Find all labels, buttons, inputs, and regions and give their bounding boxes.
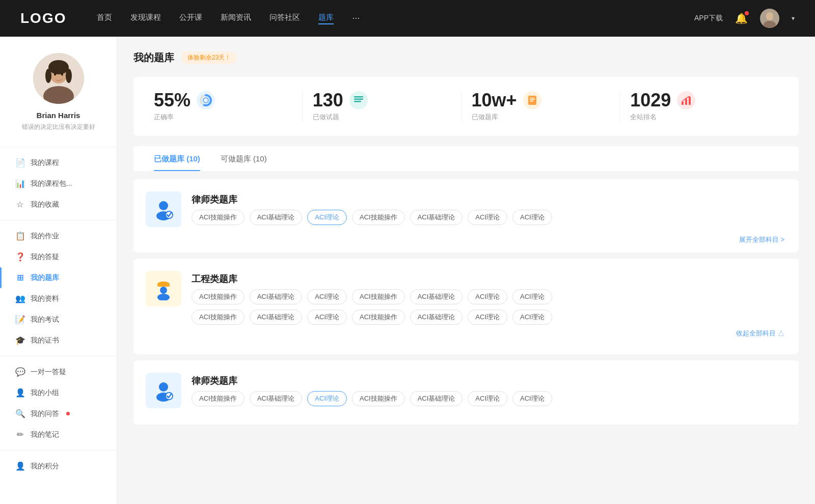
tag-lawyer-2-3[interactable]: ACI技能操作 [352,391,405,406]
sidebar-item-my-courses[interactable]: 📄 我的课程 [0,152,117,173]
tag-engineer-0[interactable]: ACI技能操作 [192,289,244,304]
tag-engineer-s5[interactable]: ACI理论 [468,310,507,325]
svg-point-32 [159,382,168,391]
sidebar-divider-1 [0,220,117,220]
sidebar-label-materials: 我的资料 [31,294,59,303]
stat-accuracy: 55% 正确率 [154,91,303,122]
sidebar-label-homework: 我的作业 [31,232,59,241]
tag-engineer-s4[interactable]: ACI基础理论 [410,310,463,325]
sidebar-item-homework[interactable]: 📋 我的作业 [0,226,117,246]
notification-bell[interactable]: 🔔 [735,12,748,24]
tag-engineer-4[interactable]: ACI基础理论 [410,289,463,304]
svg-point-8 [66,69,72,83]
lawyer-icon-wrap-1 [146,191,181,227]
sidebar-menu: 📄 我的课程 📊 我的课程包... ☆ 我的收藏 📋 我的作业 ❓ [0,152,117,487]
sidebar-label-1on1-qa: 一对一答疑 [31,368,66,377]
tag-lawyer-1-4[interactable]: ACI基础理论 [410,210,463,225]
trial-badge: 体验剩余23天！ [181,51,237,64]
svg-rect-23 [689,97,691,105]
tab-done-banks[interactable]: 已做题库 (10) [144,146,210,171]
tags-row-engineer-2: ACI技能操作 ACI基础理论 ACI理论 ACI技能操作 ACI基础理论 AC… [192,310,786,325]
sidebar-item-exams[interactable]: 📝 我的考试 [0,309,117,330]
qbank-header-lawyer-1: 律师类题库 ACI技能操作 ACI基础理论 ACI理论 ACI技能操作 ACI基… [146,191,786,227]
stat-rank-label: 全站排名 [630,113,657,122]
nav-qa[interactable]: 问答社区 [269,13,300,24]
tag-engineer-s2[interactable]: ACI理论 [307,310,347,325]
person-group-icon: 👥 [15,294,24,303]
engineer-icon-wrap [146,271,181,306]
sidebar-item-points[interactable]: 👤 我的积分 [0,456,117,477]
collapse-link-engineer[interactable]: 收起全部科目 △ [192,329,786,338]
tag-lawyer-2-0[interactable]: ACI技能操作 [192,391,244,406]
nav-question-bank[interactable]: 题库 [318,13,334,24]
sidebar-item-materials[interactable]: 👥 我的资料 [0,288,117,309]
tags-row-lawyer-2: ACI技能操作 ACI基础理论 ACI理论 ACI技能操作 ACI基础理论 AC… [192,391,552,406]
tag-engineer-2[interactable]: ACI理论 [307,289,347,304]
sidebar-item-1on1-qa[interactable]: 💬 一对一答疑 [0,361,117,382]
tag-lawyer-1-5[interactable]: ACI理论 [468,210,507,225]
accuracy-icon [197,91,215,109]
nav-discover[interactable]: 发现课程 [130,13,161,24]
sidebar-item-question-bank[interactable]: ⊞ 我的题库 [0,267,117,288]
tab-available-banks[interactable]: 可做题库 (10) [210,146,277,171]
nav-home[interactable]: 首页 [97,13,112,24]
sidebar-item-my-group[interactable]: 👤 我的小组 [0,382,117,403]
tag-lawyer-1-2[interactable]: ACI理论 [307,210,347,225]
file-text-icon: 📝 [15,315,24,324]
tags-row-engineer-1: ACI技能操作 ACI基础理论 ACI理论 ACI技能操作 ACI基础理论 AC… [192,289,786,304]
sidebar-label-favorites: 我的收藏 [31,200,59,209]
user-dropdown-arrow[interactable]: ▾ [792,15,795,22]
sidebar-item-certificates[interactable]: 🎓 我的证书 [0,330,117,351]
tag-lawyer-1-3[interactable]: ACI技能操作 [352,210,405,225]
sidebar-item-course-packages[interactable]: 📊 我的课程包... [0,173,117,194]
logo[interactable]: LOGO [20,10,66,26]
user-avatar[interactable] [760,9,779,28]
clipboard-icon: 📋 [15,231,24,241]
stat-done-questions-top: 130 [313,91,368,109]
sidebar-item-my-qa[interactable]: 🔍 我的问答 [0,403,117,424]
tag-lawyer-1-6[interactable]: ACI理论 [512,210,552,225]
tabs-bar: 已做题库 (10) 可做题库 (10) [133,146,799,171]
nav-news[interactable]: 新闻资讯 [221,13,251,24]
tag-lawyer-2-2[interactable]: ACI理论 [307,391,347,406]
profile-avatar [33,53,84,104]
stat-rank-value: 1029 [630,91,671,109]
svg-rect-21 [682,101,684,105]
sidebar-item-favorites[interactable]: ☆ 我的收藏 [0,194,117,215]
svg-point-7 [45,69,51,83]
app-download-button[interactable]: APP下载 [694,14,723,23]
sidebar-item-notes[interactable]: ✏ 我的笔记 [0,424,117,445]
svg-rect-17 [528,96,536,105]
nav-open-course[interactable]: 公开课 [179,13,202,24]
profile-motto: 错误的决定比没有决定要好 [22,123,95,131]
tag-engineer-5[interactable]: ACI理论 [468,289,507,304]
tag-engineer-s6[interactable]: ACI理论 [512,310,552,325]
tag-engineer-6[interactable]: ACI理论 [512,289,552,304]
svg-point-6 [48,60,69,74]
stat-done-questions: 130 已做试题 [303,91,461,122]
profile-section: Brian Harris 错误的决定比没有决定要好 [0,37,117,142]
expand-link-lawyer-1[interactable]: 展开全部科目 > [146,235,786,244]
tag-engineer-s3[interactable]: ACI技能操作 [352,310,405,325]
tag-engineer-s1[interactable]: ACI基础理论 [250,310,303,325]
tag-engineer-s0[interactable]: ACI技能操作 [192,310,244,325]
tag-lawyer-1-1[interactable]: ACI基础理论 [250,210,303,225]
qbank-info-engineer: 工程类题库 ACI技能操作 ACI基础理论 ACI理论 ACI技能操作 ACI基… [192,271,786,338]
star-icon: ☆ [15,200,24,209]
tag-engineer-3[interactable]: ACI技能操作 [352,289,405,304]
nav-more[interactable]: ··· [352,13,360,24]
stat-done-banks: 10w+ 已做题库 [461,91,620,122]
svg-rect-20 [530,101,533,102]
question-circle-icon: ❓ [15,252,24,262]
stat-done-questions-label: 已做试题 [313,113,339,122]
tag-lawyer-2-4[interactable]: ACI基础理论 [410,391,463,406]
tag-lawyer-2-6[interactable]: ACI理论 [512,391,552,406]
bar-chart-icon: 📊 [15,179,24,188]
tag-lawyer-2-1[interactable]: ACI基础理论 [250,391,303,406]
sidebar-label-my-group: 我的小组 [31,388,59,398]
tag-lawyer-1-0[interactable]: ACI技能操作 [192,210,244,225]
sidebar-item-qa[interactable]: ❓ 我的答疑 [0,246,117,267]
sidebar-label-qa: 我的答疑 [31,253,59,262]
tag-lawyer-2-5[interactable]: ACI理论 [468,391,507,406]
tag-engineer-1[interactable]: ACI基础理论 [250,289,303,304]
